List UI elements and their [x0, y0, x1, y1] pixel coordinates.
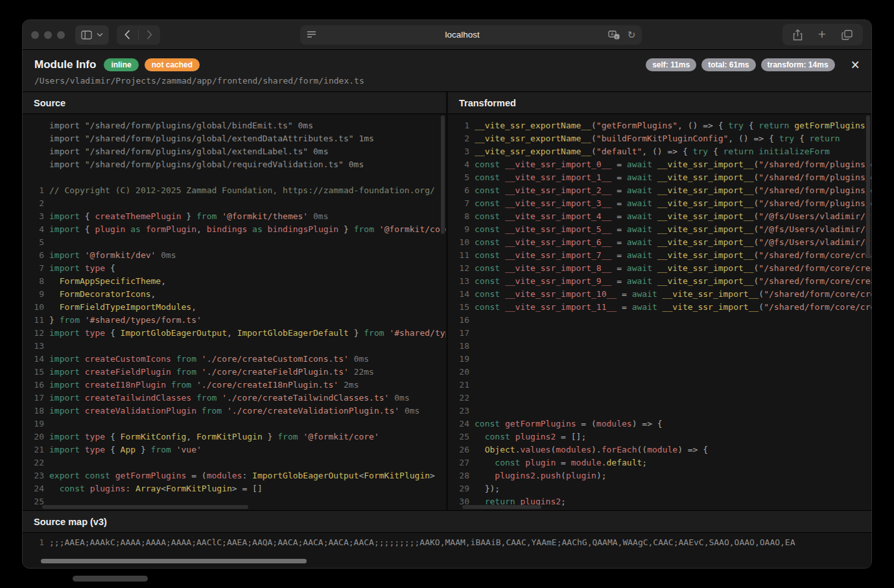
code-line: [29, 171, 446, 184]
translate-icon[interactable]: A x: [608, 30, 620, 40]
code-line: 9 FormDecoratorIcons,: [29, 288, 446, 301]
code-line: 3__vite_ssr_exportName__("default", () =…: [454, 145, 871, 158]
svg-text:x: x: [615, 34, 617, 38]
browser-window: localhost A x ↻: [22, 19, 872, 569]
code-line: 2: [29, 197, 446, 210]
timing-badges: self: 11ms total: 61ms transform: 14ms: [646, 58, 834, 71]
code-line: 1;;;AAEA;AAAkC;AAAA;AAAA;AAAA;AAClC;AAEA…: [29, 536, 871, 549]
code-line: 15const __vite_ssr_import_11__ = await _…: [454, 301, 871, 314]
code-line: 16: [454, 314, 871, 327]
not-cached-badge: not cached: [145, 58, 200, 71]
sidebar-icon: [81, 30, 92, 40]
reader-icon[interactable]: [307, 30, 316, 39]
desktop-scrollbar[interactable]: [73, 576, 148, 582]
code-line: 22: [29, 456, 446, 469]
source-panel: Source import "/shared/form/plugins/glob…: [23, 92, 448, 510]
url-bar[interactable]: localhost A x ↻: [300, 25, 642, 45]
source-code: import "/shared/form/plugins/global/bind…: [23, 114, 446, 510]
page-title: Module Info: [34, 58, 96, 71]
code-line: 24const getFormPlugins = (modules) => {: [454, 417, 871, 430]
code-line: 4const __vite_ssr_import_0__ = await __v…: [454, 158, 871, 171]
code-line: 13const __vite_ssr_import_9__ = await __…: [454, 275, 871, 288]
code-line: 22: [454, 392, 871, 405]
chevron-down-icon: [97, 32, 103, 37]
code-line: 28 plugins2.push(plugin);: [454, 469, 871, 482]
code-line: 17: [454, 327, 871, 340]
source-vertical-scrollbar[interactable]: [441, 115, 445, 234]
close-icon[interactable]: ×: [851, 59, 860, 71]
browser-toolbar: localhost A x ↻: [23, 20, 871, 50]
transformed-horizontal-scrollbar[interactable]: [462, 505, 541, 509]
forward-button[interactable]: [139, 25, 160, 45]
code-line: 21import type { App } from 'vue': [29, 443, 446, 456]
sourcemap-title: Source map (v3): [23, 511, 871, 533]
code-line: 25 const plugins2 = [];: [454, 430, 871, 443]
code-line: 3import { createThemePlugin } from '@for…: [29, 210, 446, 223]
code-line: 19: [454, 353, 871, 366]
code-line: import "/shared/form/plugins/global/bind…: [29, 119, 446, 132]
code-line: 10const __vite_ssr_import_6__ = await __…: [454, 236, 871, 249]
code-line: 12const __vite_ssr_import_8__ = await __…: [454, 262, 871, 275]
window-controls: [31, 31, 65, 39]
total-time-badge: total: 61ms: [701, 58, 755, 71]
tab-overview-icon[interactable]: [841, 30, 853, 40]
sourcemap-code: 1;;;AAEA;AAAkC;AAAA;AAAA;AAAA;AAClC;AAEA…: [23, 533, 871, 568]
module-info-header: Module Info inline not cached self: 11ms…: [23, 50, 871, 91]
source-panel-title: Source: [23, 92, 446, 114]
code-line: 23export const getFormPlugins = (modules…: [29, 469, 446, 482]
code-line: 15import createFieldPlugin from './core/…: [29, 366, 446, 379]
code-line: 27 const plugin = module.default;: [454, 456, 871, 469]
code-line: 13: [29, 340, 446, 353]
url-bar-wrapper: localhost A x ↻: [168, 25, 775, 45]
code-line: import "/shared/form/plugins/global/exte…: [29, 145, 446, 158]
back-button[interactable]: [117, 25, 138, 45]
code-line: 11} from '#shared/types/form.ts': [29, 314, 446, 327]
code-line: 4import { plugin as formPlugin, bindings…: [29, 223, 446, 236]
code-line: 29 });: [454, 482, 871, 495]
code-line: 18import createValidationPlugin from './…: [29, 405, 446, 417]
code-line: 11const __vite_ssr_import_7__ = await __…: [454, 249, 871, 262]
code-line: 14const __vite_ssr_import_10__ = await _…: [454, 288, 871, 301]
code-line: 5: [29, 236, 446, 249]
code-line: 8const __vite_ssr_import_4__ = await __v…: [454, 210, 871, 223]
code-line: 24 const plugins: Array<FormKitPlugin> =…: [29, 482, 446, 495]
code-line: 6import '@formkit/dev' 0ms: [29, 249, 446, 262]
code-line: 7const __vite_ssr_import_3__ = await __v…: [454, 197, 871, 210]
share-icon[interactable]: [793, 29, 803, 41]
code-line: 26 Object.values(modules).forEach((modul…: [454, 443, 871, 456]
code-line: 12import type { ImportGlobEagerOutput, I…: [29, 327, 446, 340]
code-line: 10 FormFieldTypeImportModules,: [29, 301, 446, 314]
zoom-window-button[interactable]: [57, 31, 65, 39]
code-line: 7import type {: [29, 262, 446, 275]
code-line: 16import createI18nPlugin from './core/c…: [29, 379, 446, 392]
transformed-code: 1__vite_ssr_exportName__("getFormPlugins…: [448, 114, 871, 510]
code-line: 19: [29, 417, 446, 430]
code-line: 1__vite_ssr_exportName__("getFormPlugins…: [454, 119, 871, 132]
desktop-background: localhost A x ↻: [0, 0, 894, 588]
nav-buttons: [117, 25, 160, 45]
transformed-panel-title: Transformed: [448, 92, 871, 114]
sourcemap-section: Source map (v3) 1;;;AAEA;AAAkC;AAAA;AAAA…: [23, 510, 871, 568]
source-horizontal-scrollbar[interactable]: [42, 505, 248, 509]
inline-badge: inline: [104, 58, 138, 71]
code-line: import "/shared/form/plugins/global/requ…: [29, 158, 446, 171]
code-panels: Source import "/shared/form/plugins/glob…: [23, 91, 871, 510]
code-line: 18: [454, 340, 871, 353]
svg-text:A: A: [611, 32, 614, 36]
code-line: 20: [454, 366, 871, 379]
code-line: 9const __vite_ssr_import_5__ = await __v…: [454, 223, 871, 236]
code-line: 14import createCustomIcons from './core/…: [29, 353, 446, 366]
code-line: 21: [454, 379, 871, 392]
code-line: 1// Copyright (C) 2012-2025 Zammad Found…: [29, 184, 446, 197]
url-bar-actions: A x ↻: [608, 30, 636, 40]
sidebar-toggle-button[interactable]: [75, 25, 109, 45]
sourcemap-horizontal-scrollbar[interactable]: [41, 559, 307, 563]
transformed-vertical-scrollbar[interactable]: [866, 115, 870, 258]
reload-icon[interactable]: ↻: [628, 30, 636, 40]
code-line: 5const __vite_ssr_import_1__ = await __v…: [454, 171, 871, 184]
url-text[interactable]: localhost: [316, 30, 607, 40]
close-window-button[interactable]: [31, 31, 39, 39]
new-tab-icon[interactable]: +: [818, 27, 826, 41]
module-file-path: /Users/vladimir/Projects/zammad/app/fron…: [34, 76, 860, 86]
minimize-window-button[interactable]: [44, 31, 52, 39]
